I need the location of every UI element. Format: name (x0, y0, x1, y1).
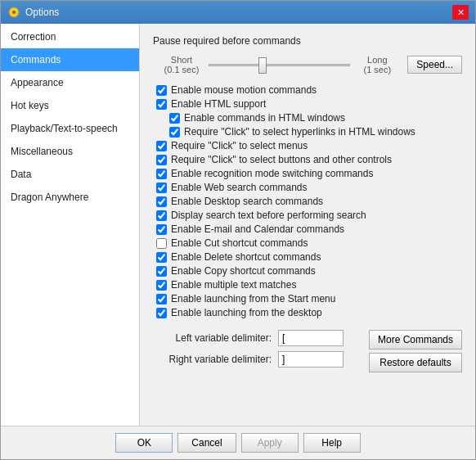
title-bar-left: Options (7, 6, 59, 19)
delimiter-section: Left variable delimiter: Right variable … (153, 330, 462, 372)
delimiter-inputs-btns: Left variable delimiter: Right variable … (153, 330, 462, 372)
right-delimiter-row: Right variable delimiter: (153, 351, 361, 368)
checkbox-start_menu[interactable] (156, 294, 167, 304)
checkbox-row-web_search: Enable Web search commands (153, 182, 462, 193)
checkbox-html_support[interactable] (156, 99, 167, 110)
dialog-content: CorrectionCommandsAppearanceHot keysPlay… (1, 24, 475, 426)
checkbox-label-desktop: Enable launching from the desktop (171, 307, 322, 318)
checkbox-row-start_menu: Enable launching from the Start menu (153, 293, 462, 304)
checkbox-row-copy_shortcut: Enable Copy shortcut commands (153, 265, 462, 277)
checkboxes-section: Enable mouse motion commandsEnable HTML … (153, 84, 462, 318)
checkbox-row-display_search: Display search text before performing se… (153, 210, 462, 221)
checkbox-recognition_mode[interactable] (156, 169, 167, 179)
main-panel: Pause required before commands Short (0.… (140, 24, 475, 426)
checkbox-label-html_commands: Enable commands in HTML windows (184, 112, 345, 124)
checkbox-row-recognition_mode: Enable recognition mode switching comman… (153, 168, 462, 179)
slider-container (209, 58, 350, 71)
checkbox-mouse_motion[interactable] (156, 85, 167, 96)
title-bar: Options ✕ (1, 1, 475, 24)
checkbox-display_search[interactable] (156, 210, 167, 221)
checkbox-row-mouse_motion: Enable mouse motion commands (153, 84, 462, 96)
checkbox-click_buttons[interactable] (156, 155, 167, 165)
help-button[interactable]: Help (303, 433, 361, 453)
more-commands-button[interactable]: More Commands (369, 330, 462, 350)
checkbox-desktop[interactable] (156, 308, 167, 318)
slider-long-label: Long (1 sec) (357, 55, 397, 74)
sidebar-item-appearance[interactable]: Appearance (1, 71, 139, 94)
checkbox-label-display_search: Display search text before performing se… (171, 210, 366, 221)
checkbox-row-cut_shortcut: Enable Cut shortcut commands (153, 237, 462, 249)
checkbox-cut_shortcut[interactable] (156, 238, 167, 249)
checkbox-label-multiple_text: Enable multiple text matches (171, 279, 296, 291)
checkbox-label-email_calendar: Enable E-mail and Calendar commands (171, 223, 344, 235)
speed-btn-container: Speed... (407, 56, 462, 74)
checkbox-multiple_text[interactable] (156, 280, 167, 291)
checkbox-row-html_hyperlinks: Require "Click" to select hyperlinks in … (153, 126, 462, 138)
checkbox-html_hyperlinks[interactable] (169, 127, 180, 138)
sidebar-item-dragon[interactable]: Dragon Anywhere (1, 186, 139, 209)
ok-button[interactable]: OK (115, 433, 173, 453)
checkbox-email_calendar[interactable] (156, 224, 167, 235)
apply-button[interactable]: Apply (241, 433, 299, 453)
speed-button[interactable]: Speed... (407, 56, 462, 74)
right-action-buttons: More Commands Restore defaults (369, 330, 462, 372)
checkbox-row-delete_shortcut: Enable Delete shortcut commands (153, 251, 462, 263)
sidebar-item-commands[interactable]: Commands (1, 48, 139, 71)
close-button[interactable]: ✕ (452, 5, 469, 20)
checkbox-label-start_menu: Enable launching from the Start menu (171, 293, 335, 304)
left-delimiter-input[interactable] (278, 330, 344, 346)
checkbox-label-web_search: Enable Web search commands (171, 182, 308, 193)
checkbox-row-click_menus: Require "Click" to select menus (153, 140, 462, 151)
checkbox-web_search[interactable] (156, 183, 167, 193)
right-delimiter-input[interactable] (278, 351, 344, 368)
checkbox-label-desktop_search: Enable Desktop search commands (171, 196, 323, 207)
slider-row: Short (0.1 sec) Long (1 sec) Speed... (153, 55, 462, 74)
sidebar: CorrectionCommandsAppearanceHot keysPlay… (1, 24, 140, 426)
slider-line (209, 64, 350, 66)
sidebar-item-misc[interactable]: Miscellaneous (1, 140, 139, 163)
sidebar-item-playback[interactable]: Playback/Text-to-speech (1, 117, 139, 140)
checkbox-delete_shortcut[interactable] (156, 252, 167, 263)
checkbox-label-cut_shortcut: Enable Cut shortcut commands (171, 237, 308, 249)
slider-thumb[interactable] (258, 57, 267, 74)
checkbox-copy_shortcut[interactable] (156, 266, 167, 277)
sidebar-item-correction[interactable]: Correction (1, 25, 139, 48)
checkbox-row-desktop_search: Enable Desktop search commands (153, 196, 462, 207)
checkbox-row-email_calendar: Enable E-mail and Calendar commands (153, 223, 462, 235)
checkbox-label-recognition_mode: Enable recognition mode switching comman… (171, 168, 373, 179)
sidebar-item-data[interactable]: Data (1, 163, 139, 186)
slider-track[interactable] (209, 58, 350, 71)
options-icon (7, 6, 20, 19)
left-delimiter-label: Left variable delimiter: (153, 332, 272, 344)
checkbox-row-html_support: Enable HTML support (153, 98, 462, 110)
checkbox-row-desktop: Enable launching from the desktop (153, 307, 462, 318)
slider-short-label: Short (0.1 sec) (161, 55, 202, 74)
delimiter-fields: Left variable delimiter: Right variable … (153, 330, 361, 372)
checkbox-label-mouse_motion: Enable mouse motion commands (171, 84, 317, 96)
window-title: Options (25, 7, 59, 18)
checkbox-html_commands[interactable] (169, 113, 180, 124)
checkbox-click_menus[interactable] (156, 141, 167, 151)
checkbox-label-html_hyperlinks: Require "Click" to select hyperlinks in … (184, 126, 415, 138)
bottom-bar: OK Cancel Apply Help (1, 426, 475, 459)
options-dialog: Options ✕ CorrectionCommandsAppearanceHo… (0, 0, 476, 460)
checkbox-label-copy_shortcut: Enable Copy shortcut commands (171, 265, 316, 277)
checkbox-label-click_buttons: Require "Click" to select buttons and ot… (171, 154, 392, 165)
right-delimiter-label: Right variable delimiter: (153, 354, 272, 365)
checkbox-row-multiple_text: Enable multiple text matches (153, 279, 462, 291)
checkbox-label-delete_shortcut: Enable Delete shortcut commands (171, 251, 321, 263)
left-delimiter-row: Left variable delimiter: (153, 330, 361, 346)
checkbox-row-html_commands: Enable commands in HTML windows (153, 112, 462, 124)
checkbox-label-click_menus: Require "Click" to select menus (171, 140, 308, 151)
checkbox-label-html_support: Enable HTML support (171, 98, 266, 110)
restore-defaults-button[interactable]: Restore defaults (369, 353, 462, 372)
svg-point-1 (12, 11, 16, 14)
sidebar-item-hotkeys[interactable]: Hot keys (1, 94, 139, 117)
checkbox-row-click_buttons: Require "Click" to select buttons and ot… (153, 154, 462, 165)
checkbox-desktop_search[interactable] (156, 196, 167, 207)
cancel-button[interactable]: Cancel (177, 433, 236, 453)
slider-section-title: Pause required before commands (153, 35, 462, 47)
